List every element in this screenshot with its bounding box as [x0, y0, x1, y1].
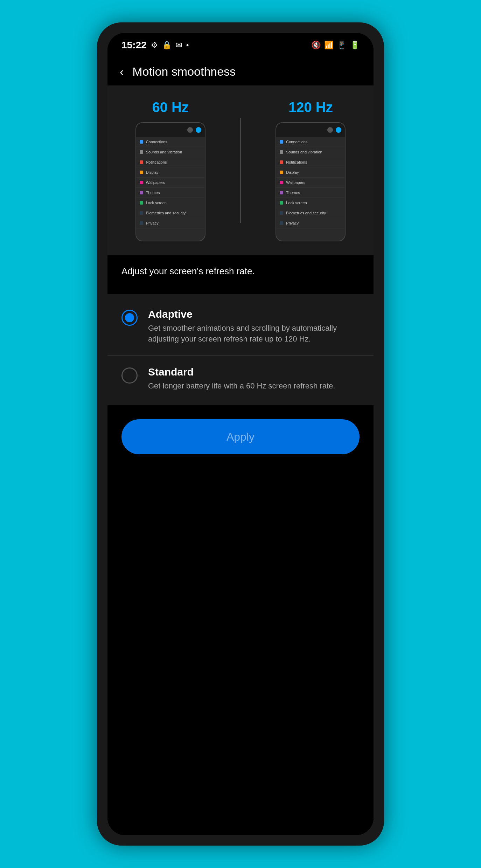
- phone-screen: 15:22 ⚙ 🔒 ✉ • 🔇 📶 📱 🔋 ‹ Motion smoothnes…: [107, 33, 374, 835]
- notch: [226, 33, 255, 42]
- top-bar: ‹ Motion smoothness: [107, 57, 374, 85]
- dot-indicator: •: [186, 41, 189, 50]
- menu-item-sounds-60: Sounds and vibration: [136, 147, 205, 157]
- phone-device: 15:22 ⚙ 🔒 ✉ • 🔇 📶 📱 🔋 ‹ Motion smoothnes…: [97, 22, 384, 846]
- page-title: Motion smoothness: [132, 65, 236, 78]
- content-area: 60 Hz Connections Sounds and vibrati: [107, 85, 374, 835]
- option-standard-title: Standard: [148, 366, 360, 378]
- display-dot: [140, 171, 143, 174]
- profile-preview-icon: [196, 127, 201, 133]
- wifi-icon: 📶: [324, 41, 334, 50]
- biometrics-dot: [140, 211, 143, 215]
- menu-item-biometrics-60: Biometrics and security: [136, 208, 205, 218]
- status-right: 🔇 📶 📱 🔋: [311, 41, 360, 50]
- preview-120hz: 120 Hz Connections Sounds and vibrat: [276, 99, 346, 241]
- menu-item-privacy-60: Privacy: [136, 218, 205, 228]
- themes-dot-120: [280, 191, 283, 194]
- radio-standard[interactable]: [121, 367, 138, 384]
- preview-60hz: 60 Hz Connections Sounds and vibrati: [135, 99, 205, 241]
- menu-item-notifications-60: Notifications: [136, 157, 205, 167]
- apply-section: Apply: [107, 405, 374, 468]
- menu-item-themes-60: Themes: [136, 188, 205, 198]
- biometrics-dot-120: [280, 211, 283, 215]
- privacy-dot: [140, 221, 143, 225]
- signal-icon: 📱: [337, 41, 347, 50]
- apply-button[interactable]: Apply: [121, 419, 360, 454]
- description-text: Adjust your screen's refresh rate.: [121, 266, 255, 276]
- menu-item-privacy-120: Privacy: [276, 218, 345, 228]
- option-standard[interactable]: Standard Get longer battery life with a …: [107, 356, 374, 402]
- menu-item-display-60: Display: [136, 167, 205, 178]
- status-time: 15:22: [121, 40, 147, 51]
- preview-header-60: [136, 123, 205, 137]
- wallpapers-dot-120: [280, 181, 283, 184]
- lock-icon: 🔒: [162, 41, 172, 50]
- menu-item-themes-120: Themes: [276, 188, 345, 198]
- preview-divider: [240, 118, 241, 223]
- menu-item-notifications-120: Notifications: [276, 157, 345, 167]
- menu-item-lockscreen-120: Lock screen: [276, 198, 345, 208]
- option-adaptive-text: Adaptive Get smoother animations and scr…: [148, 308, 360, 345]
- preview-header-120: [276, 123, 345, 137]
- menu-item-connections-60: Connections: [136, 137, 205, 147]
- options-section: Adaptive Get smoother animations and scr…: [107, 294, 374, 405]
- wallpapers-dot: [140, 181, 143, 184]
- profile-preview-icon-120: [336, 127, 341, 133]
- option-adaptive-title: Adaptive: [148, 308, 360, 320]
- back-button[interactable]: ‹: [118, 63, 125, 80]
- menu-item-lockscreen-60: Lock screen: [136, 198, 205, 208]
- menu-item-biometrics-120: Biometrics and security: [276, 208, 345, 218]
- description-section: Adjust your screen's refresh rate.: [107, 255, 374, 287]
- settings-icon: ⚙: [151, 41, 158, 50]
- themes-dot: [140, 191, 143, 194]
- option-adaptive[interactable]: Adaptive Get smoother animations and scr…: [107, 298, 374, 356]
- mail-icon: ✉: [176, 41, 182, 50]
- option-standard-desc: Get longer battery life with a 60 Hz scr…: [148, 381, 360, 392]
- display-dot-120: [280, 171, 283, 174]
- hz-label-60: 60 Hz: [152, 99, 189, 115]
- menu-item-wallpapers-60: Wallpapers: [136, 178, 205, 188]
- battery-icon: 🔋: [350, 41, 360, 50]
- lockscreen-dot-120: [280, 201, 283, 205]
- sounds-dot-120: [280, 150, 283, 154]
- menu-item-connections-120: Connections: [276, 137, 345, 147]
- connections-dot-120: [280, 140, 283, 144]
- mute-icon: 🔇: [311, 41, 321, 50]
- status-left: 15:22 ⚙ 🔒 ✉ •: [121, 40, 189, 51]
- sounds-dot: [140, 150, 143, 154]
- search-preview-icon: [187, 127, 193, 133]
- hz-label-120: 120 Hz: [288, 99, 333, 115]
- phone-preview-60hz: Connections Sounds and vibration Notific…: [135, 122, 205, 241]
- option-standard-text: Standard Get longer battery life with a …: [148, 366, 360, 392]
- preview-section: 60 Hz Connections Sounds and vibrati: [107, 85, 374, 255]
- bottom-space: [107, 468, 374, 835]
- menu-item-sounds-120: Sounds and vibration: [276, 147, 345, 157]
- radio-adaptive[interactable]: [121, 310, 138, 326]
- lockscreen-dot: [140, 201, 143, 205]
- phone-preview-120hz: Connections Sounds and vibration Notific…: [276, 122, 346, 241]
- notifications-dot: [140, 160, 143, 164]
- option-adaptive-desc: Get smoother animations and scrolling by…: [148, 323, 360, 345]
- search-preview-icon-120: [327, 127, 333, 133]
- notifications-dot-120: [280, 160, 283, 164]
- menu-item-display-120: Display: [276, 167, 345, 178]
- connections-dot: [140, 140, 143, 144]
- menu-item-wallpapers-120: Wallpapers: [276, 178, 345, 188]
- privacy-dot-120: [280, 221, 283, 225]
